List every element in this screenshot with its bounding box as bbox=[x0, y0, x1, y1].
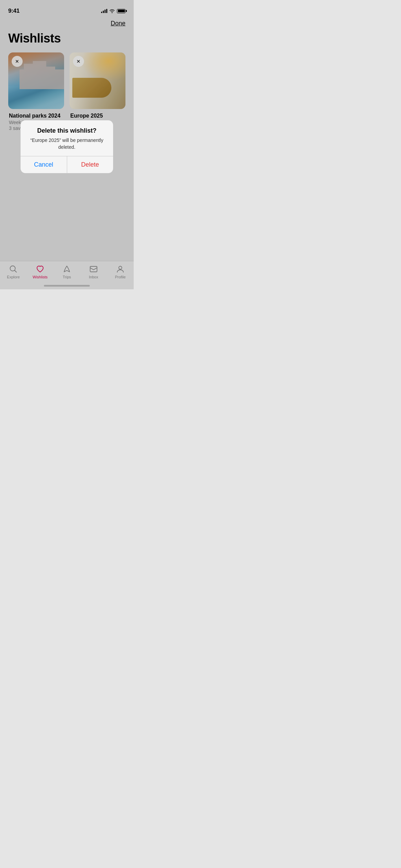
dialog-actions: Cancel Delete bbox=[21, 156, 113, 173]
dialog-body: Delete this wishlist? “Europe 2025” will… bbox=[21, 120, 113, 156]
dialog-message: “Europe 2025” will be permanently delete… bbox=[26, 137, 108, 150]
cancel-button[interactable]: Cancel bbox=[21, 156, 67, 173]
delete-button[interactable]: Delete bbox=[67, 156, 113, 173]
delete-wishlist-dialog: Delete this wishlist? “Europe 2025” will… bbox=[21, 120, 113, 173]
dialog-title: Delete this wishlist? bbox=[26, 127, 108, 134]
